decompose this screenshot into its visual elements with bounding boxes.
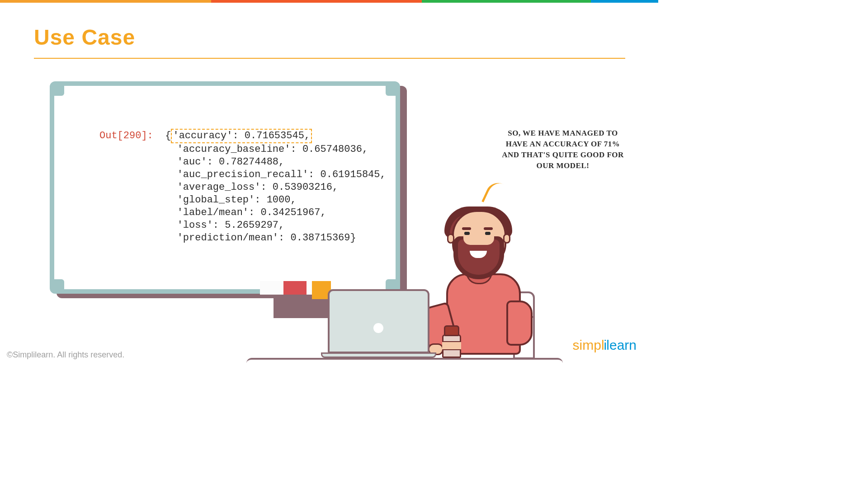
eye (464, 232, 470, 235)
page-title: Use Case (34, 25, 135, 50)
eye (485, 232, 491, 235)
code-line: 'loss': 5.2659297, (171, 220, 284, 231)
eyebrow (462, 227, 471, 230)
speech-bubble-text: SO, WE HAVE MANAGED TO HAVE AN ACCURACY … (502, 128, 624, 171)
code-output: Out[290]: {'accuracy': 0.71653545, Out[2… (99, 129, 386, 244)
copyright-text: ©Simplilearn. All rights reserved. (7, 350, 124, 360)
desk-line (246, 358, 563, 363)
ear (503, 234, 510, 244)
cup-sleeve (442, 341, 461, 350)
laptop-icon (321, 289, 436, 361)
title-underline (34, 58, 625, 59)
whiteboard: Out[290]: {'accuracy': 0.71653545, Out[2… (50, 81, 400, 294)
code-line: 'average_loss': 0.53903216, (171, 182, 338, 193)
code-line: 'auc_precision_recall': 0.61915845, (171, 169, 386, 180)
arm (506, 300, 533, 346)
laptop-screen (328, 289, 429, 353)
logo-part1: simpl (573, 338, 604, 352)
top-accent-bar (0, 0, 658, 3)
code-line: 'auc': 0.78274488, (171, 156, 284, 168)
bar-segment (211, 0, 422, 3)
laptop-logo (373, 323, 383, 333)
whiteboard-corner (52, 279, 64, 292)
output-label: Out[290]: (99, 130, 153, 141)
eyebrow (484, 227, 493, 230)
whiteboard-corner (52, 83, 64, 96)
whiteboard-corner (386, 83, 398, 96)
cup-lid (444, 325, 459, 336)
logo-part2: learn (606, 338, 637, 352)
tray-cell (283, 281, 307, 295)
bar-segment (422, 0, 590, 3)
coffee-cup-icon (442, 325, 461, 358)
bar-segment (0, 0, 211, 3)
bar-segment (591, 0, 658, 3)
code-line: 'label/mean': 0.34251967, (171, 207, 326, 218)
code-line: 'accuracy_baseline': 0.65748036, (171, 144, 368, 155)
simplilearn-logo: simplilearn (573, 338, 637, 353)
accuracy-highlight: 'accuracy': 0.71653545, (171, 129, 312, 143)
code-line: 'global_step': 1000, (171, 194, 296, 206)
tray-cell (260, 281, 283, 295)
code-line: 'prediction/mean': 0.38715369} (171, 232, 356, 244)
laptop-base (321, 352, 436, 358)
